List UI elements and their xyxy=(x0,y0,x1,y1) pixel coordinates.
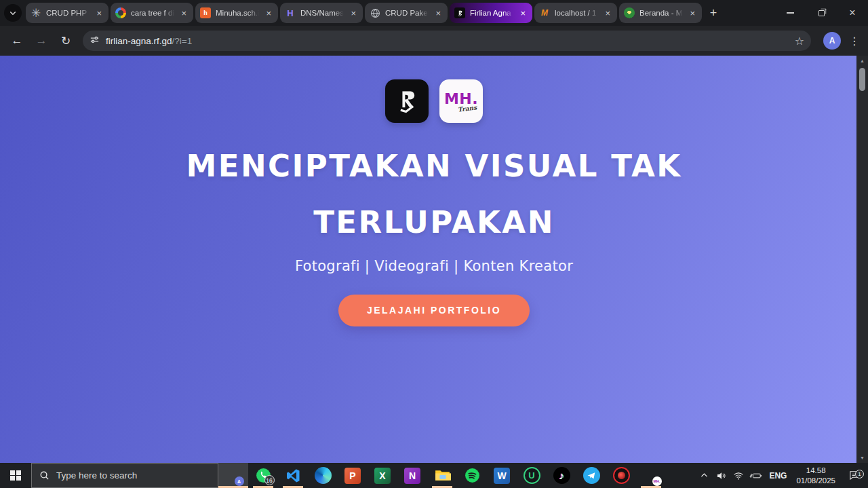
close-icon[interactable]: × xyxy=(264,8,273,18)
word-icon: W xyxy=(494,468,510,484)
taskbar-chrome-mh[interactable]: MH. xyxy=(636,463,666,488)
battery-pen-icon[interactable] xyxy=(747,470,764,481)
tab-crud-paket[interactable]: CRUD Paket × xyxy=(365,3,448,23)
tray-chevron-up[interactable] xyxy=(696,471,713,480)
restore-button[interactable] xyxy=(806,0,837,26)
tab-label: Beranda - M xyxy=(639,9,683,17)
tab-label: Firlian Agna xyxy=(470,9,513,17)
excel-icon: X xyxy=(374,468,391,484)
onenote-icon: N xyxy=(404,468,420,484)
page-subtitle: Fotografi | Videografi | Konten Kreator xyxy=(295,258,573,274)
scroll-down-icon[interactable]: ▼ xyxy=(860,453,865,463)
reload-button[interactable]: ↻ xyxy=(54,29,77,52)
scroll-up-icon[interactable]: ▲ xyxy=(860,56,865,66)
tab-crud-php[interactable]: ✳ CRUD PHP u × xyxy=(26,3,108,23)
taskbar-word[interactable]: W xyxy=(487,463,517,488)
tab-beranda[interactable]: Beranda - M × xyxy=(619,3,702,23)
tab-label: localhost / 1 xyxy=(555,9,598,17)
taskbar-edge[interactable] xyxy=(308,463,338,488)
taskbar-spotify[interactable] xyxy=(457,463,487,488)
firlian-monogram-icon xyxy=(393,87,421,115)
taskbar-excel[interactable]: X xyxy=(368,463,397,488)
date: 01/08/2025 xyxy=(796,476,835,485)
tab-label: DNS/Names xyxy=(300,9,344,17)
firlian-monogram-icon xyxy=(454,7,465,18)
close-icon[interactable]: × xyxy=(518,8,528,18)
close-icon[interactable]: × xyxy=(688,8,697,18)
brand-logos: MH. Trans xyxy=(385,79,483,123)
profile-avatar[interactable]: A xyxy=(823,32,841,50)
wifi-icon[interactable] xyxy=(730,470,747,481)
whatsapp-badge: 16 xyxy=(264,475,275,485)
green-emblem-icon xyxy=(624,7,635,18)
webpage-hero: MH. Trans MENCIPTAKAN VISUAL TAK TERLUPA… xyxy=(0,56,868,463)
mh-logo: MH. Trans xyxy=(439,79,483,123)
taskbar-powerpoint[interactable]: P xyxy=(338,463,368,488)
explore-portfolio-button[interactable]: JELAJAHI PORTFOLIO xyxy=(338,295,530,326)
address-bar[interactable]: firlian-agna.rf.gd/?i=1 ☆ xyxy=(83,31,811,51)
taskbar-red-utility[interactable] xyxy=(606,463,636,488)
url-host: firlian-agna.rf.gd xyxy=(106,36,172,46)
taskbar-search-input[interactable]: Type here to search xyxy=(31,463,218,488)
close-window-button[interactable]: × xyxy=(837,0,868,26)
volume-icon[interactable] xyxy=(713,470,730,481)
scrollbar-thumb[interactable] xyxy=(859,68,865,91)
site-settings-icon[interactable] xyxy=(90,35,100,48)
page-scrollbar[interactable]: ▲ ▼ xyxy=(856,56,868,463)
google-icon xyxy=(115,7,126,18)
start-button[interactable] xyxy=(0,463,31,488)
language-indicator[interactable]: ENG xyxy=(764,471,792,481)
taskbar-vscode[interactable] xyxy=(278,463,308,488)
tab-localhost[interactable]: M localhost / 1 × xyxy=(534,3,617,23)
spotify-icon xyxy=(464,467,481,484)
browser-toolbar: ← → ↻ firlian-agna.rf.gd/?i=1 ☆ A ⋮ xyxy=(0,26,868,56)
phpmyadmin-icon: M xyxy=(539,7,550,18)
tab-minuha[interactable]: h Minuha.sch.i × xyxy=(195,3,278,23)
chevron-down-icon xyxy=(9,9,17,17)
purple-hosting-icon: H xyxy=(285,7,296,18)
taskbar-file-explorer[interactable] xyxy=(427,463,457,488)
tab-cara-tree[interactable]: cara tree f di × xyxy=(111,3,193,23)
url-text[interactable]: firlian-agna.rf.gd/?i=1 xyxy=(106,36,192,46)
taskbar-chrome[interactable]: A xyxy=(218,463,248,488)
close-icon[interactable]: × xyxy=(179,8,189,18)
search-placeholder: Type here to search xyxy=(56,470,137,481)
clock[interactable]: 14.58 01/08/2025 xyxy=(792,466,840,485)
url-path: /?i=1 xyxy=(172,36,193,46)
close-icon[interactable]: × xyxy=(94,8,104,18)
back-button[interactable]: ← xyxy=(5,29,28,52)
action-center-button[interactable]: 1 xyxy=(840,470,868,481)
bookmark-star-icon[interactable]: ☆ xyxy=(795,35,804,48)
browser-menu-icon[interactable]: ⋮ xyxy=(846,35,863,48)
close-icon[interactable]: × xyxy=(433,8,443,18)
chrome-mh-profile-badge: MH. xyxy=(652,476,662,486)
page-title: MENCIPTAKAN VISUAL TAK TERLUPAKAN xyxy=(139,138,729,251)
firlian-logo xyxy=(385,79,429,123)
search-icon xyxy=(39,470,50,481)
forward-button[interactable]: → xyxy=(30,29,53,52)
tab-dns-nameserver[interactable]: H DNS/Names × xyxy=(280,3,363,23)
new-tab-button[interactable]: + xyxy=(704,3,723,22)
close-icon[interactable]: × xyxy=(349,8,358,18)
red-utility-icon xyxy=(613,467,630,484)
tab-label: cara tree f di xyxy=(131,9,174,17)
time: 14.58 xyxy=(806,466,826,474)
minimize-button[interactable] xyxy=(774,0,806,26)
tab-search-button[interactable] xyxy=(4,4,22,22)
taskbar-whatsapp[interactable]: 16 xyxy=(248,463,278,488)
windows-taskbar: Type here to search A 16 P X N W U ♪ MH. xyxy=(0,463,868,488)
file-explorer-icon xyxy=(434,467,451,484)
minimize-icon xyxy=(787,12,794,13)
close-icon[interactable]: × xyxy=(603,8,612,18)
taskbar-iobit[interactable]: U xyxy=(517,463,547,488)
tab-firlian-agna-active[interactable]: Firlian Agna × xyxy=(450,3,532,23)
mh-logo-subtext: Trans xyxy=(457,104,477,113)
taskbar-tiktok[interactable]: ♪ xyxy=(547,463,576,488)
taskbar-telegram[interactable] xyxy=(576,463,606,488)
chrome-profile-badge: A xyxy=(235,476,244,486)
browser-titlebar: ✳ CRUD PHP u × cara tree f di × h Minuha… xyxy=(0,0,868,26)
tab-label: Minuha.sch.i xyxy=(216,9,259,17)
taskbar-onenote[interactable]: N xyxy=(397,463,427,488)
tab-label: CRUD PHP u xyxy=(46,9,90,17)
tiktok-icon: ♪ xyxy=(553,467,570,484)
